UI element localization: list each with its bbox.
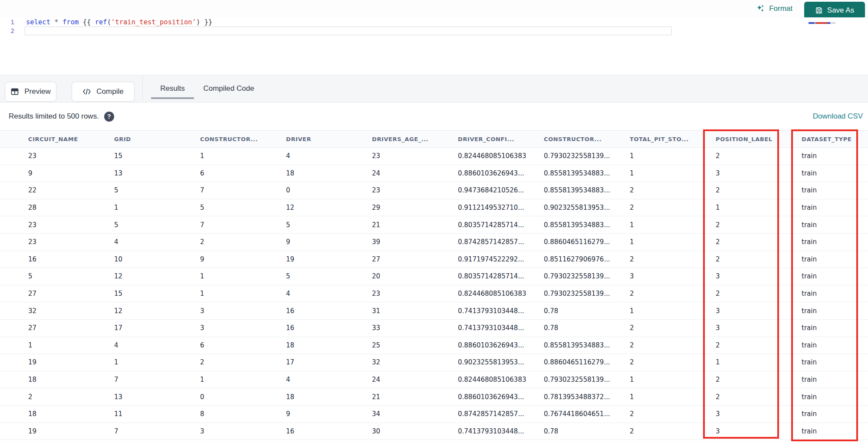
table-cell: 15 (107, 148, 193, 165)
table-cell: 0.8558139534883... (537, 182, 623, 199)
table-row: 191217320.9023255813953...0.886046511627… (0, 354, 868, 371)
table-cell: 18 (21, 371, 107, 388)
format-button[interactable]: Format (756, 0, 792, 17)
table-cell: 22 (21, 182, 107, 199)
table-cell: 5 (193, 199, 279, 216)
tab-results-label: Results (160, 84, 185, 93)
table-cell: 19 (279, 251, 365, 268)
table-cell: 0.824468085106383 (451, 285, 537, 302)
table-cell: 2 (709, 234, 795, 251)
table-cell: 1 (709, 199, 795, 216)
table-cell: 21 (365, 388, 451, 405)
column-header: TOTAL_PIT_STO... (623, 131, 709, 147)
column-header: DRIVER (279, 131, 365, 147)
tab-compiled-code[interactable]: Compiled Code (198, 75, 259, 102)
table-cell: 17 (279, 354, 365, 371)
table-cell: 1 (107, 199, 193, 216)
table-cell: 3 (709, 423, 795, 440)
table-cell: 2 (623, 320, 709, 337)
table-cell: 1 (623, 234, 709, 251)
table-cell: 0.78 (537, 302, 623, 319)
table-cell: 18 (21, 406, 107, 423)
table-cell: train (795, 251, 868, 268)
table-cell: 24 (365, 165, 451, 182)
table-cell: 32 (365, 354, 451, 371)
table-cell: 2 (623, 423, 709, 440)
table-cell: 1 (623, 371, 709, 388)
table-cell: 0.8035714285714... (451, 216, 537, 233)
table-cell: 23 (21, 216, 107, 233)
table-cell: train (795, 320, 868, 337)
table-row: 213018210.8860103626943...0.781395348837… (0, 388, 868, 406)
table-cell: 0.7930232558139... (537, 285, 623, 302)
table-cell: 5 (279, 216, 365, 233)
results-toolbar: Preview Compile Results Compiled Code (0, 75, 868, 102)
table-cell: 23 (21, 234, 107, 251)
table-cell: 0.7930232558139... (537, 371, 623, 388)
table-cell: 1 (623, 148, 709, 165)
table-cell: train (795, 388, 868, 405)
table-cell: 31 (365, 302, 451, 319)
editor-minimap[interactable] (809, 22, 835, 24)
table-cell: 0.8742857142857... (451, 406, 537, 423)
preview-button[interactable]: Preview (5, 82, 56, 102)
compile-label: Compile (96, 87, 123, 96)
table-cell: 2 (709, 251, 795, 268)
table-cell: 0.7813953488372... (537, 388, 623, 405)
table-cell: 6 (193, 337, 279, 354)
table-row: 2717316330.7413793103448...0.7823train (0, 320, 868, 337)
table-cell: 2 (709, 371, 795, 388)
table-row: 23575210.8035714285714...0.8558139534883… (0, 216, 868, 234)
table-cell: 0.8035714285714... (451, 268, 537, 285)
table-cell: 2 (623, 251, 709, 268)
table-cell: 23 (21, 148, 107, 165)
table-cell: train (795, 148, 868, 165)
table-cell: 1 (21, 337, 107, 354)
editor-active-line[interactable] (25, 26, 672, 35)
table-cell: 3 (709, 320, 795, 337)
table-cell: train (795, 337, 868, 354)
table-cell: 1 (623, 388, 709, 405)
table-cell: 1 (623, 216, 709, 233)
table-cell: 0.8558139534883... (537, 165, 623, 182)
save-as-button[interactable]: Save As (804, 2, 865, 19)
table-row: 181189340.8742857142857...0.767441860465… (0, 406, 868, 423)
table-cell: 2 (623, 337, 709, 354)
code-editor[interactable]: 1select * from {{ ref('train_test_positi… (0, 17, 868, 75)
compile-button[interactable]: Compile (72, 82, 135, 102)
table-cell: 0.7930232558139... (537, 268, 623, 285)
column-header: DRIVERS_AGE_... (365, 131, 451, 147)
table-cell: 18 (279, 337, 365, 354)
table-cell: 0.7413793103448... (451, 302, 537, 319)
table-row: 913618240.8860103626943...0.855813953488… (0, 165, 868, 182)
table-icon (10, 87, 19, 96)
table-cell: 0.9171974522292... (451, 251, 537, 268)
results-table: CIRCUIT_NAMEGRIDCONSTRUCTOR...DRIVERDRIV… (0, 130, 868, 440)
column-header: CIRCUIT_NAME (21, 131, 107, 147)
table-cell: 0.8860103626943... (451, 165, 537, 182)
help-icon[interactable]: ? (104, 112, 114, 122)
table-cell: 3 (709, 268, 795, 285)
column-header: DATASET_TYPE (795, 131, 868, 147)
table-cell: 0.8558139534883... (537, 216, 623, 233)
results-limit-note: Results limited to 500 rows. ? (9, 102, 114, 130)
results-limit-text: Results limited to 500 rows. (9, 112, 99, 121)
table-cell: train (795, 182, 868, 199)
table-cell: 28 (21, 199, 107, 216)
sparkles-icon (756, 4, 765, 13)
active-tab-indicator (151, 97, 194, 99)
tab-compiled-code-label: Compiled Code (203, 84, 254, 93)
table-cell: 18 (279, 388, 365, 405)
table-row: 281512290.9112149532710...0.902325581395… (0, 199, 868, 217)
table-cell: 0.8511627906976... (537, 251, 623, 268)
table-cell: 7 (193, 182, 279, 199)
column-header: DRIVER_CONFI... (451, 131, 537, 147)
table-cell: 29 (365, 199, 451, 216)
download-csv-link[interactable]: Download CSV (813, 102, 863, 130)
table-cell: 2 (709, 337, 795, 354)
table-cell: 2 (709, 148, 795, 165)
table-cell: 0.9023255813953... (451, 354, 537, 371)
table-cell: 0.824468085106383 (451, 148, 537, 165)
table-cell: 30 (365, 423, 451, 440)
table-cell: 1 (709, 354, 795, 371)
